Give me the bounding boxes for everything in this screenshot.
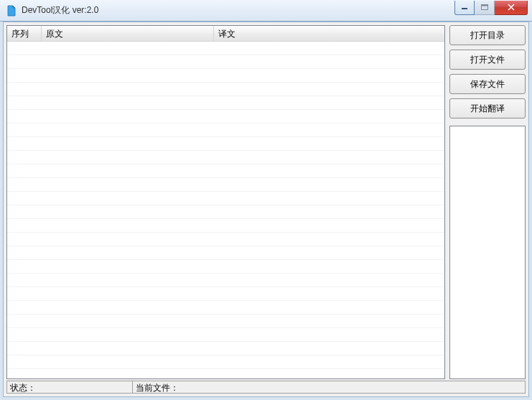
log-box[interactable] (449, 126, 526, 379)
table-cell (42, 355, 214, 368)
table-cell (7, 342, 42, 355)
table-row[interactable] (7, 342, 444, 355)
table-cell (42, 178, 214, 191)
table-row[interactable] (7, 301, 444, 315)
translation-table[interactable]: 序列 原文 译文 (6, 25, 445, 379)
table-cell (214, 137, 444, 150)
table-cell (7, 178, 42, 191)
table-cell (7, 83, 42, 96)
table-cell (7, 124, 42, 136)
table-row[interactable] (7, 42, 444, 55)
table-cell (42, 124, 214, 136)
table-row[interactable] (7, 192, 444, 205)
side-panel: 打开目录 打开文件 保存文件 开始翻译 (449, 25, 526, 379)
status-state: 状态： (6, 381, 133, 394)
table-cell (42, 55, 214, 68)
table-cell (7, 96, 42, 109)
table-cell (7, 151, 42, 164)
table-cell (7, 69, 42, 82)
table-cell (214, 42, 444, 55)
table-row[interactable] (7, 55, 444, 69)
table-row[interactable] (7, 205, 444, 219)
table-cell (214, 164, 444, 177)
table-cell (214, 178, 444, 191)
table-row[interactable] (7, 260, 444, 274)
start-translate-button[interactable]: 开始翻译 (449, 98, 526, 118)
table-cell (42, 328, 214, 341)
main-area: 序列 原文 译文 打开目录 打开文件 保存文件 开始翻译 (6, 25, 526, 379)
table-cell (214, 110, 444, 123)
column-header-original[interactable]: 原文 (42, 26, 214, 41)
close-button[interactable] (495, 1, 528, 15)
table-cell (7, 369, 42, 378)
maximize-button[interactable] (475, 1, 495, 15)
table-row[interactable] (7, 110, 444, 124)
table-cell (214, 315, 444, 327)
table-row[interactable] (7, 69, 444, 83)
table-cell (42, 233, 214, 246)
table-cell (214, 124, 444, 136)
status-bar: 状态： 当前文件： (6, 381, 526, 394)
table-cell (42, 246, 214, 259)
table-cell (7, 274, 42, 287)
table-cell (214, 369, 444, 378)
table-row[interactable] (7, 96, 444, 110)
table-cell (214, 233, 444, 246)
window-controls (454, 1, 528, 15)
table-cell (214, 260, 444, 273)
table-cell (42, 287, 214, 300)
table-row[interactable] (7, 124, 444, 137)
table-cell (42, 151, 214, 164)
open-file-button[interactable]: 打开文件 (449, 50, 526, 70)
column-header-seq[interactable]: 序列 (7, 26, 42, 41)
save-file-button[interactable]: 保存文件 (449, 74, 526, 94)
table-cell (214, 151, 444, 164)
table-cell (214, 274, 444, 287)
column-header-translated[interactable]: 译文 (214, 26, 444, 41)
table-row[interactable] (7, 233, 444, 246)
table-cell (214, 83, 444, 96)
table-row[interactable] (7, 246, 444, 260)
table-row[interactable] (7, 328, 444, 342)
table-cell (7, 233, 42, 246)
table-row[interactable] (7, 287, 444, 301)
table-cell (7, 164, 42, 177)
status-file: 当前文件： (132, 381, 526, 394)
table-cell (214, 69, 444, 82)
table-row[interactable] (7, 164, 444, 178)
table-cell (7, 260, 42, 273)
window-title: DevTool汉化 ver:2.0 (22, 4, 454, 17)
table-cell (7, 205, 42, 218)
table-row[interactable] (7, 151, 444, 164)
client-area: 序列 原文 译文 打开目录 打开文件 保存文件 开始翻译 状态： 当前文件： (3, 22, 529, 397)
table-cell (7, 301, 42, 314)
table-cell (214, 342, 444, 355)
table-cell (7, 192, 42, 205)
table-cell (42, 301, 214, 314)
table-row[interactable] (7, 178, 444, 192)
table-cell (214, 192, 444, 205)
table-body[interactable] (7, 42, 444, 378)
table-cell (214, 219, 444, 232)
table-row[interactable] (7, 83, 444, 96)
table-header: 序列 原文 译文 (7, 26, 444, 42)
table-cell (42, 369, 214, 378)
table-cell (7, 328, 42, 341)
open-directory-button[interactable]: 打开目录 (449, 25, 526, 45)
table-row[interactable] (7, 369, 444, 378)
table-row[interactable] (7, 315, 444, 328)
table-row[interactable] (7, 137, 444, 151)
table-cell (214, 205, 444, 218)
table-cell (42, 110, 214, 123)
table-cell (214, 55, 444, 68)
table-cell (42, 315, 214, 327)
minimize-button[interactable] (454, 1, 475, 15)
table-cell (214, 246, 444, 259)
table-row[interactable] (7, 355, 444, 369)
table-row[interactable] (7, 274, 444, 287)
svg-rect-2 (481, 5, 487, 6)
table-cell (42, 96, 214, 109)
table-cell (214, 355, 444, 368)
table-row[interactable] (7, 219, 444, 233)
table-cell (7, 42, 42, 55)
